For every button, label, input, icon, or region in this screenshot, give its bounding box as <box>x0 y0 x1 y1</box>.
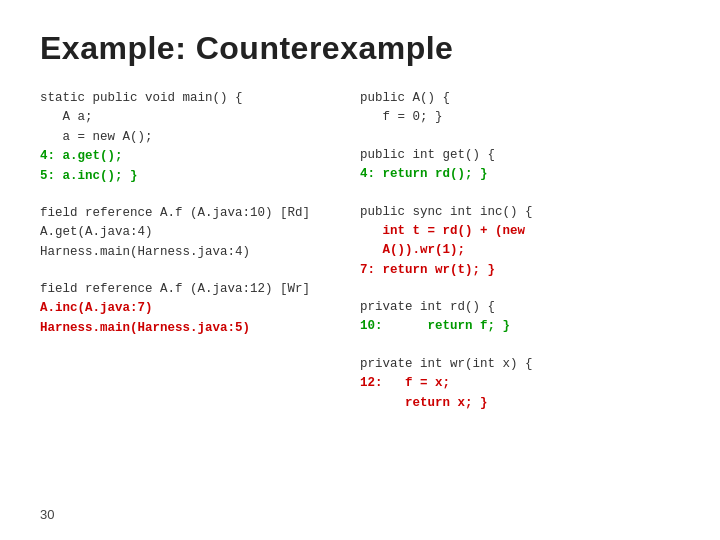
left-column: static public void main() { A a; a = new… <box>40 89 360 431</box>
code-line-highlight: 5: a.inc(); } <box>40 167 360 186</box>
content-area: static public void main() { A a; a = new… <box>40 89 680 431</box>
code-line: A.get(A.java:4) <box>40 223 360 242</box>
constructor-block: public A() { f = 0; } <box>360 89 710 128</box>
wr-method-block: private int wr(int x) { 12: f = x; retur… <box>360 355 710 413</box>
code-line-highlight: A()).wr(1); <box>360 241 710 260</box>
code-line-highlight: int t = rd() + (new <box>360 222 710 241</box>
code-line-highlight: 12: f = x; <box>360 374 710 393</box>
code-line: A a; <box>40 108 360 127</box>
code-line: field reference A.f (A.java:10) [Rd] <box>40 204 360 223</box>
code-line-highlight: return x; } <box>360 394 710 413</box>
inc-method-block: public sync int inc() { int t = rd() + (… <box>360 203 710 281</box>
field-ref-wr-block: field reference A.f (A.java:12) [Wr] A.i… <box>40 280 360 338</box>
code-line-highlight: Harness.main(Harness.java:5) <box>40 319 360 338</box>
code-line-highlight: 4: a.get(); <box>40 147 360 166</box>
code-line: a = new A(); <box>40 128 360 147</box>
code-line: f = 0; } <box>360 108 710 127</box>
code-line: public int get() { <box>360 146 710 165</box>
code-line: static public void main() { <box>40 89 360 108</box>
code-line: Harness.main(Harness.java:4) <box>40 243 360 262</box>
rd-method-block: private int rd() { 10: return f; } <box>360 298 710 337</box>
code-line-highlight: 10: return f; } <box>360 317 710 336</box>
code-line-highlight: A.inc(A.java:7) <box>40 299 360 318</box>
code-line-highlight: 7: return wr(t); } <box>360 261 710 280</box>
code-line: public A() { <box>360 89 710 108</box>
field-ref-rd-block: field reference A.f (A.java:10) [Rd] A.g… <box>40 204 360 262</box>
code-line: private int wr(int x) { <box>360 355 710 374</box>
code-line: private int rd() { <box>360 298 710 317</box>
get-method-block: public int get() { 4: return rd(); } <box>360 146 710 185</box>
code-line: field reference A.f (A.java:12) [Wr] <box>40 280 360 299</box>
slide: Example: Counterexample static public vo… <box>0 0 720 540</box>
right-column: public A() { f = 0; } public int get() {… <box>360 89 710 431</box>
slide-title: Example: Counterexample <box>40 30 680 67</box>
main-method-block: static public void main() { A a; a = new… <box>40 89 360 186</box>
code-line-highlight: 4: return rd(); } <box>360 165 710 184</box>
code-line: public sync int inc() { <box>360 203 710 222</box>
page-number: 30 <box>40 507 54 522</box>
